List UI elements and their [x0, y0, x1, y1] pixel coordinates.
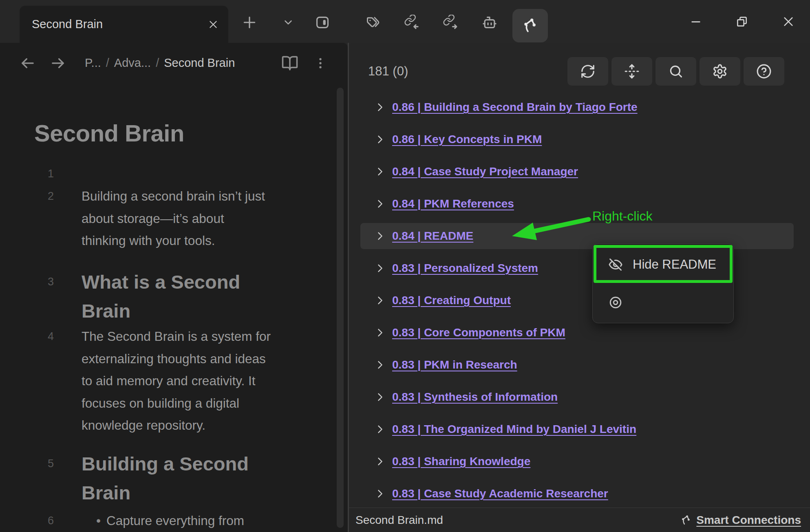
settings-button[interactable] [700, 57, 740, 86]
smart-connections-icon [521, 17, 539, 35]
breadcrumb: P.../Adva.../Second Brain [85, 56, 235, 70]
window-close-button[interactable] [776, 9, 801, 34]
connection-item[interactable]: 0.84 | PKM References [360, 191, 794, 217]
forward-icon[interactable] [49, 54, 67, 73]
window-minimize-button[interactable] [684, 9, 708, 34]
line-number: 5 [24, 449, 54, 478]
titlebar: Second Brain [0, 0, 810, 43]
editor-paragraph: The Second Brain is a system for externa… [82, 325, 316, 437]
chevron-right-icon[interactable] [374, 198, 386, 210]
menu-item-unhide-all[interactable] [593, 283, 733, 321]
chevron-right-icon[interactable] [374, 359, 386, 371]
connection-item[interactable]: 0.83 | The Organized Mind by Daniel J Le… [360, 416, 794, 442]
editor-scrollbar[interactable] [337, 88, 344, 528]
smart-connections-status-label: Smart Connections [696, 514, 801, 527]
reading-view-icon[interactable] [280, 54, 299, 73]
connection-link[interactable]: 0.83 | Creating Output [392, 294, 511, 307]
connections-count: 181 (0) [368, 64, 408, 79]
breadcrumb-segment[interactable]: Adva... [114, 56, 151, 69]
connection-item[interactable]: 0.86 | Key Concepts in PKM [360, 126, 794, 152]
backlinks-icon[interactable] [403, 13, 421, 31]
status-bar: Second Brain.md Smart Connections [349, 508, 810, 532]
chevron-right-icon[interactable] [374, 424, 386, 435]
editor-bullet-line: •Capture everything from [96, 510, 331, 532]
smart-connections-icon [680, 514, 692, 526]
back-icon[interactable] [18, 54, 37, 73]
new-tab-button[interactable] [241, 13, 258, 31]
chevron-right-icon[interactable] [374, 391, 386, 403]
connections-toolbar [567, 57, 784, 86]
help-button[interactable] [744, 57, 784, 86]
connection-link[interactable]: 0.84 | Case Study Project Manager [392, 165, 578, 178]
editor-pane[interactable]: P.../Adva.../Second Brain Second Brain 1… [0, 43, 348, 532]
editor-heading: What is a Second Brain [82, 267, 316, 325]
note-title: Second Brain [34, 119, 184, 147]
connection-link[interactable]: 0.83 | PKM in Research [392, 358, 517, 371]
eye-off-icon [608, 257, 623, 272]
chevron-right-icon[interactable] [374, 263, 386, 274]
connection-item[interactable]: 0.84 | Case Study Project Manager [360, 159, 794, 185]
connection-item[interactable]: 0.83 | PKM in Research [360, 352, 794, 378]
connection-item[interactable]: 0.83 | Core Components of PKM [360, 320, 794, 346]
breadcrumb-current[interactable]: Second Brain [164, 56, 235, 69]
smart-connections-status-item[interactable]: Smart Connections [680, 514, 801, 527]
chevron-right-icon[interactable] [374, 327, 386, 338]
connection-link[interactable]: 0.83 | Core Components of PKM [392, 326, 565, 339]
tags-icon[interactable] [364, 13, 382, 31]
line-number: 4 [24, 325, 54, 348]
eye-icon [608, 295, 623, 310]
chevron-right-icon[interactable] [374, 102, 386, 113]
menu-item-label: Hide README [633, 257, 716, 272]
window-restore-button[interactable] [730, 9, 754, 34]
connection-link[interactable]: 0.86 | Key Concepts in PKM [392, 133, 542, 146]
connection-item[interactable]: 0.83 | Synthesis of Information [360, 384, 794, 410]
connection-link[interactable]: 0.83 | Case Study Academic Researcher [392, 487, 608, 500]
tab-close-icon[interactable] [206, 18, 220, 31]
breadcrumb-segment[interactable]: P... [85, 56, 101, 69]
status-file-name: Second Brain.md [355, 514, 443, 527]
outgoing-links-icon[interactable] [441, 13, 459, 31]
line-number: 1 [24, 163, 54, 185]
line-number: 6 [24, 510, 54, 532]
connection-item[interactable]: 0.83 | Sharing Knowledge [360, 448, 794, 475]
connection-link[interactable]: 0.84 | PKM References [392, 197, 514, 210]
connection-link[interactable]: 0.83 | Synthesis of Information [392, 391, 558, 404]
tab-list-chevron-icon[interactable] [279, 13, 297, 31]
editor-paragraph: Building a second brain isn’t just about… [82, 185, 316, 252]
app-window: Second Brain [0, 0, 810, 532]
chevron-right-icon[interactable] [374, 134, 386, 145]
context-menu: Hide README [592, 243, 734, 323]
smart-connections-pane: 181 (0) 0.86 | Building a Second Brain b… [349, 43, 810, 532]
chevron-right-icon[interactable] [374, 166, 386, 177]
tab-title: Second Brain [32, 18, 103, 31]
connections-list: 0.86 | Building a Second Brain by Tiago … [349, 94, 810, 513]
smart-connections-ribbon-button[interactable] [512, 9, 548, 42]
more-options-icon[interactable] [311, 54, 330, 73]
bullet-marker: • [96, 513, 106, 528]
line-number: 3 [24, 267, 54, 296]
search-button[interactable] [656, 57, 696, 86]
editor-heading: Building a Second Brain [82, 449, 316, 507]
bot-icon[interactable] [481, 13, 499, 31]
connection-item[interactable]: 0.86 | Building a Second Brain by Tiago … [360, 94, 794, 120]
bullet-text: Capture everything from [106, 513, 244, 528]
expand-collapse-button[interactable] [611, 57, 652, 86]
chevron-right-icon[interactable] [374, 456, 386, 467]
chevron-right-icon[interactable] [374, 295, 386, 306]
menu-item-hide-readme[interactable]: Hide README [593, 245, 733, 283]
line-number: 2 [24, 185, 54, 208]
connection-item[interactable]: 0.83 | Case Study Academic Researcher [360, 481, 794, 507]
chevron-right-icon[interactable] [374, 230, 386, 242]
connection-link[interactable]: 0.83 | Personalized System [392, 262, 538, 275]
tab-second-brain[interactable]: Second Brain [20, 6, 228, 43]
connection-link[interactable]: 0.86 | Building a Second Brain by Tiago … [392, 101, 638, 114]
chevron-right-icon[interactable] [374, 488, 386, 499]
refresh-button[interactable] [567, 57, 608, 86]
toggle-right-sidebar-icon[interactable] [313, 13, 331, 31]
connection-link[interactable]: 0.83 | Sharing Knowledge [392, 455, 530, 468]
connection-link[interactable]: 0.84 | README [392, 230, 473, 243]
connection-link[interactable]: 0.83 | The Organized Mind by Daniel J Le… [392, 423, 636, 436]
